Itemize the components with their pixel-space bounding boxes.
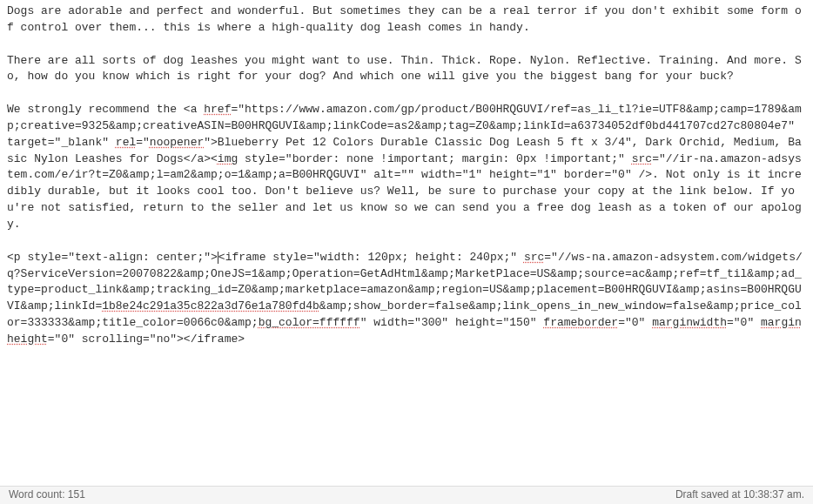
paragraph-3-d: style="border: none !important; margin: … xyxy=(238,152,631,165)
attr-href: href xyxy=(204,103,231,116)
paragraph-4-open: <p style="text-align: center;"> xyxy=(7,251,218,264)
status-bar: Word count: 151 Draft saved at 10:38:37 … xyxy=(0,486,813,504)
paragraph-2: There are all sorts of dog leashes you m… xyxy=(7,54,802,84)
tag-img: img xyxy=(218,152,238,165)
attr-rel: rel xyxy=(116,136,136,149)
paragraph-4-f: ="0" scrolling="no"></iframe> xyxy=(48,333,245,346)
paragraph-1: Dogs are adorable and perfect and wonder… xyxy=(7,4,802,34)
attr-marginwidth: marginwidth xyxy=(652,316,727,329)
val-linkid: 1b8e24c291a35c822a3d76e1a780fd4b xyxy=(102,299,319,312)
attr-frameborder: frameborder xyxy=(543,316,618,329)
val-noopener: noopener xyxy=(150,136,204,149)
attr-src-2: src xyxy=(524,251,544,264)
code-editor[interactable]: Dogs are adorable and perfect and wonder… xyxy=(0,0,813,486)
draft-saved-status: Draft saved at 10:38:37 am. xyxy=(675,487,804,502)
paragraph-4-e: ="0" xyxy=(727,316,761,329)
paragraph-4-iframe: <iframe style="width: 120px; height: 240… xyxy=(218,251,524,264)
attr-src-1: src xyxy=(632,152,652,165)
paragraph-3-pre: We strongly recommend the <a xyxy=(7,103,204,116)
paragraph-4-d: ="0" xyxy=(618,316,652,329)
word-count: Word count: 151 xyxy=(9,487,85,502)
paragraph-4-c: " width="300" height="150" xyxy=(360,316,544,329)
val-bgcolor: bg_color=ffffff xyxy=(259,316,360,329)
paragraph-3-b: =" xyxy=(136,136,150,149)
